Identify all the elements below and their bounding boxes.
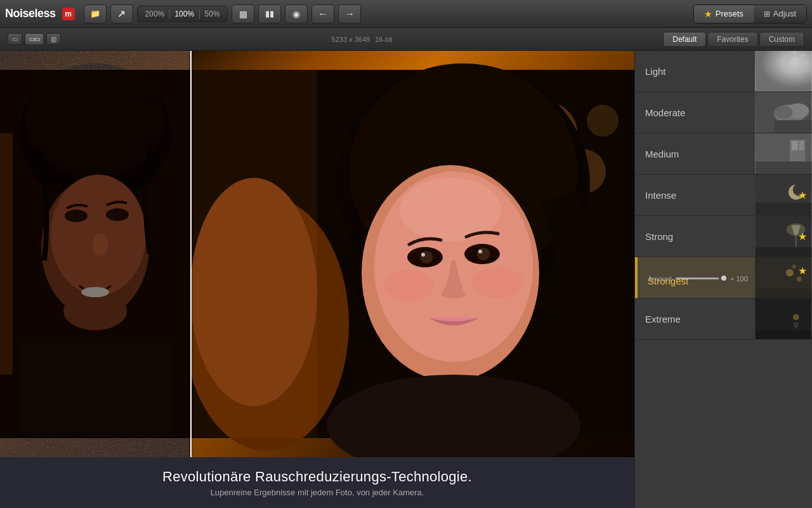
svg-rect-54: [756, 203, 812, 215]
secondary-toolbar: ▭ ▭▭ ▥ 5233 x 3648 16-bit Default Favori…: [0, 28, 812, 51]
photo-left-panel: [0, 51, 190, 457]
film-button[interactable]: ▮▮: [258, 4, 281, 23]
app-title: Noiseless: [5, 7, 56, 20]
back-icon: ←: [318, 8, 328, 20]
preset-label-moderate: Moderate: [635, 107, 685, 118]
svg-point-30: [478, 250, 482, 253]
eye-icon: ◉: [292, 9, 300, 19]
caption-sub-text: Lupenreine Ergebnisse mit jedem Foto, vo…: [211, 488, 424, 497]
export-icon: ↗: [117, 8, 126, 20]
back-button[interactable]: ←: [311, 4, 334, 23]
svg-rect-64: [756, 288, 812, 298]
amount-slider[interactable]: [676, 277, 726, 279]
forward-icon: →: [344, 8, 355, 20]
preset-label-strong: Strong: [635, 231, 673, 242]
preset-item-extreme[interactable]: Extreme: [635, 298, 812, 340]
view-modes: ▭ ▭▭ ▥: [8, 33, 61, 45]
caption-main-text: Revolutionäre Rauschreduzierungs-Technol…: [162, 469, 472, 485]
image-dimensions: 5233 x 3648: [332, 36, 370, 43]
svg-point-28: [477, 248, 490, 260]
preset-thumbnail-light: [755, 51, 812, 91]
preset-item-intense[interactable]: Intense ★: [635, 175, 812, 216]
zoom-group: 200% | 100% | 50%: [137, 6, 228, 22]
file-info: 5233 x 3648 16-bit: [332, 36, 393, 43]
photo-left-svg: [0, 51, 190, 457]
forward-button[interactable]: →: [338, 4, 361, 23]
presets-star-icon: ★: [704, 9, 712, 19]
preset-item-strong[interactable]: Strong ★: [635, 216, 812, 257]
amount-value: + 100: [730, 275, 748, 283]
adjust-icon: ⊞: [764, 10, 770, 18]
amount-thumb: [721, 276, 726, 281]
preset-thumbnail-moderate: [755, 92, 812, 133]
amount-fill: [676, 277, 719, 279]
svg-point-32: [473, 267, 523, 298]
preset-tabs: Default Favorites Custom: [663, 32, 804, 47]
photo-divider[interactable]: [190, 51, 192, 457]
film-icon: ▮▮: [265, 9, 274, 18]
image-area: Revolutionäre Rauschreduzierungs-Technol…: [0, 51, 634, 508]
export-button[interactable]: ↗: [110, 4, 133, 23]
compare-view-icon: ▥: [51, 36, 56, 43]
m-badge: m: [62, 8, 75, 20]
svg-rect-36: [756, 51, 812, 91]
preset-item-strongest[interactable]: Strongest Amount + 100: [635, 257, 812, 298]
right-panel: Light: [634, 51, 812, 508]
tab-favorites[interactable]: Favorites: [707, 32, 757, 47]
preset-item-medium[interactable]: Medium: [635, 133, 812, 175]
svg-point-44: [774, 106, 793, 119]
svg-rect-12: [0, 70, 190, 438]
svg-point-27: [420, 251, 433, 264]
preset-star-strongest: ★: [798, 265, 807, 277]
tab-default[interactable]: Default: [663, 32, 706, 47]
compare-view-button[interactable]: ▥: [46, 33, 61, 45]
preset-star-intense: ★: [798, 189, 807, 201]
svg-rect-57: [796, 235, 797, 248]
preset-thumbnail-medium: [755, 133, 812, 174]
preset-label-light: Light: [635, 66, 666, 77]
preset-star-strong: ★: [798, 231, 807, 243]
single-view-icon: ▭: [12, 36, 18, 43]
photo-container: [0, 51, 634, 457]
svg-point-31: [384, 270, 435, 302]
svg-rect-50: [756, 161, 812, 174]
caption-bar: Revolutionäre Rauschreduzierungs-Technol…: [0, 457, 634, 508]
folder-icon: 📁: [90, 9, 100, 18]
svg-rect-35: [190, 70, 317, 438]
svg-rect-59: [756, 247, 812, 257]
svg-point-66: [793, 314, 799, 321]
presets-button[interactable]: ★ Presets: [694, 5, 754, 23]
single-view-button[interactable]: ▭: [8, 33, 22, 45]
svg-point-17: [587, 105, 619, 137]
adjust-button[interactable]: ⊞ Adjust: [754, 5, 806, 23]
preset-item-light[interactable]: Light: [635, 51, 812, 92]
zoom-50-button[interactable]: 50%: [202, 10, 222, 18]
main-content: Revolutionäre Rauschreduzierungs-Technol…: [0, 51, 812, 508]
preset-item-moderate[interactable]: Moderate: [635, 92, 812, 133]
preset-label-extreme: Extreme: [635, 314, 681, 324]
split-view-button[interactable]: ▭▭: [25, 33, 44, 45]
svg-rect-45: [774, 120, 811, 133]
svg-point-63: [792, 265, 796, 269]
photo-right-svg: [190, 51, 634, 457]
zoom-200-button[interactable]: 200%: [143, 10, 167, 18]
preset-label-medium: Medium: [635, 149, 679, 159]
crop-button[interactable]: ▩: [232, 4, 254, 23]
toolbar: Noiseless m 📁 ↗ 200% | 100% | 50% ▩ ▮▮ ◉…: [0, 0, 812, 28]
svg-rect-48: [792, 141, 798, 150]
open-folder-button[interactable]: 📁: [84, 4, 107, 23]
zoom-100-button[interactable]: 100%: [172, 10, 197, 18]
svg-rect-68: [756, 331, 812, 339]
bit-depth: 16-bit: [375, 36, 393, 43]
tab-custom[interactable]: Custom: [759, 32, 804, 47]
photo-right-panel: [190, 51, 634, 457]
preset-amount: Amount + 100: [648, 275, 748, 283]
svg-point-37: [790, 57, 800, 67]
preset-thumbnail-extreme: [755, 298, 812, 339]
svg-point-29: [421, 253, 425, 257]
presets-adjust-group: ★ Presets ⊞ Adjust: [693, 4, 807, 23]
crop-icon: ▩: [239, 9, 247, 19]
eye-button[interactable]: ◉: [285, 4, 308, 23]
preset-label-intense: Intense: [635, 190, 676, 201]
svg-rect-49: [799, 141, 804, 150]
